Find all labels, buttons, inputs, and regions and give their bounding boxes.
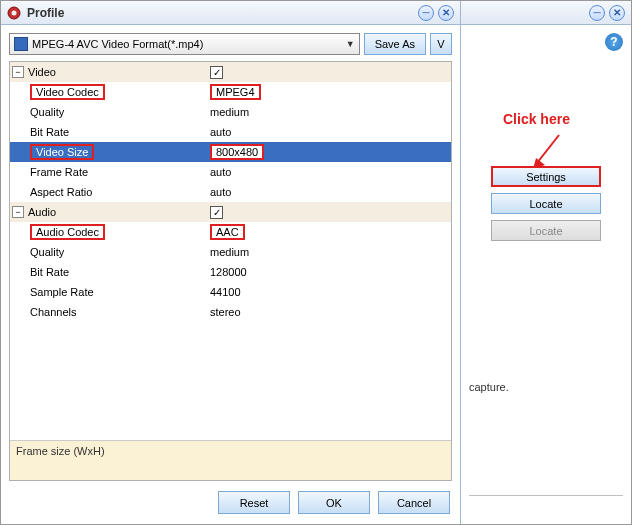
bitrate-label: Bit Rate — [30, 126, 69, 138]
hint-box: Frame size (WxH) — [10, 440, 451, 480]
framerate-value: auto — [210, 166, 231, 178]
audio-quality-row[interactable]: Quality medium — [10, 242, 451, 262]
framerate-row[interactable]: Frame Rate auto — [10, 162, 451, 182]
format-dropdown[interactable]: MPEG-4 AVC Video Format(*.mp4) ▼ — [9, 33, 360, 55]
right-titlebar: ─ ✕ — [461, 1, 631, 25]
dialog-buttons: Reset OK Cancel — [1, 481, 460, 524]
audio-checkbox[interactable]: ✓ — [210, 206, 223, 219]
samplerate-label: Sample Rate — [30, 286, 94, 298]
audio-group-header[interactable]: − Audio ✓ — [10, 202, 451, 222]
locate-button[interactable]: Locate — [491, 193, 601, 214]
samplerate-value: 44100 — [210, 286, 241, 298]
collapse-icon[interactable]: − — [12, 66, 24, 78]
window-title: Profile — [27, 6, 414, 20]
help-icon[interactable]: ? — [605, 33, 623, 51]
video-checkbox[interactable]: ✓ — [210, 66, 223, 79]
svg-line-2 — [537, 135, 559, 163]
bitrate-value: auto — [210, 126, 231, 138]
video-size-row[interactable]: Video Size 800x480 — [10, 142, 451, 162]
close-button[interactable]: ✕ — [438, 5, 454, 21]
samplerate-row[interactable]: Sample Rate 44100 — [10, 282, 451, 302]
audio-codec-row[interactable]: Audio Codec AAC — [10, 222, 451, 242]
instruction-text: Click here — [503, 111, 570, 127]
format-text: MPEG-4 AVC Video Format(*.mp4) — [32, 38, 346, 50]
hint-text: Frame size (WxH) — [16, 445, 105, 457]
channels-row[interactable]: Channels stereo — [10, 302, 451, 322]
aquality-value: medium — [210, 246, 249, 258]
close-button[interactable]: ✕ — [609, 5, 625, 21]
profile-panel: Profile ─ ✕ MPEG-4 AVC Video Format(*.mp… — [1, 1, 461, 524]
titlebar: Profile ─ ✕ — [1, 1, 460, 25]
right-panel: ─ ✕ ? Click here Settings Locate Locate … — [461, 1, 631, 524]
audio-codec-label: Audio Codec — [30, 224, 105, 240]
framerate-label: Frame Rate — [30, 166, 88, 178]
video-size-value: 800x480 — [210, 144, 264, 160]
channels-label: Channels — [30, 306, 76, 318]
audio-bitrate-row[interactable]: Bit Rate 128000 — [10, 262, 451, 282]
aquality-label: Quality — [30, 246, 64, 258]
cancel-button[interactable]: Cancel — [378, 491, 450, 514]
format-icon — [14, 37, 28, 51]
audio-codec-value: AAC — [210, 224, 245, 240]
svg-point-1 — [12, 10, 17, 15]
minimize-button[interactable]: ─ — [589, 5, 605, 21]
side-buttons: Settings Locate Locate — [491, 166, 601, 247]
abitrate-label: Bit Rate — [30, 266, 69, 278]
video-group-header[interactable]: − Video ✓ — [10, 62, 451, 82]
audio-label: Audio — [28, 206, 56, 218]
settings-grid: − Video ✓ Video Codec MPEG4 Quality medi… — [9, 61, 452, 481]
video-label: Video — [28, 66, 56, 78]
right-content: Click here Settings Locate Locate captur… — [461, 51, 631, 524]
video-codec-value: MPEG4 — [210, 84, 261, 100]
aspect-row[interactable]: Aspect Ratio auto — [10, 182, 451, 202]
aspect-label: Aspect Ratio — [30, 186, 92, 198]
locate-disabled-button: Locate — [491, 220, 601, 241]
video-codec-row[interactable]: Video Codec MPEG4 — [10, 82, 451, 102]
quality-label: Quality — [30, 106, 64, 118]
collapse-icon[interactable]: − — [12, 206, 24, 218]
app-icon — [7, 6, 21, 20]
settings-button[interactable]: Settings — [491, 166, 601, 187]
divider — [469, 495, 623, 496]
abitrate-value: 128000 — [210, 266, 247, 278]
reset-button[interactable]: Reset — [218, 491, 290, 514]
video-codec-label: Video Codec — [30, 84, 105, 100]
grid-body: − Video ✓ Video Codec MPEG4 Quality medi… — [10, 62, 451, 440]
v-button[interactable]: V — [430, 33, 452, 55]
chevron-down-icon: ▼ — [346, 39, 355, 49]
video-size-label: Video Size — [30, 144, 94, 160]
video-bitrate-row[interactable]: Bit Rate auto — [10, 122, 451, 142]
minimize-button[interactable]: ─ — [418, 5, 434, 21]
capture-text: capture. — [469, 381, 509, 393]
channels-value: stereo — [210, 306, 241, 318]
save-as-button[interactable]: Save As — [364, 33, 426, 55]
aspect-value: auto — [210, 186, 231, 198]
ok-button[interactable]: OK — [298, 491, 370, 514]
video-quality-row[interactable]: Quality medium — [10, 102, 451, 122]
format-row: MPEG-4 AVC Video Format(*.mp4) ▼ Save As… — [1, 25, 460, 61]
quality-value: medium — [210, 106, 249, 118]
